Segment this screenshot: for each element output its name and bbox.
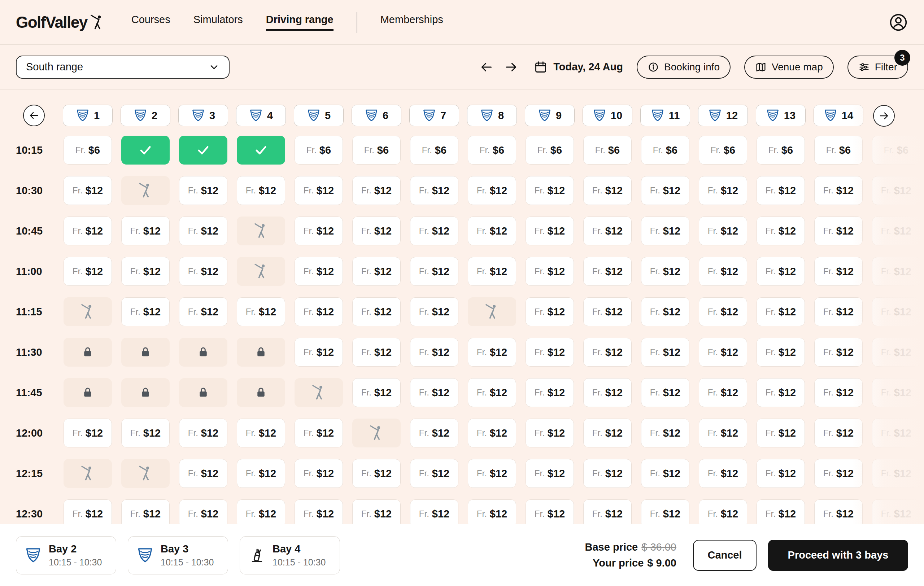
- grid-cell-available[interactable]: Fr.$12: [237, 499, 285, 524]
- grid-cell-available[interactable]: Fr.$12: [295, 217, 343, 245]
- selected-bay-card[interactable]: Bay 310:15 - 10:30: [128, 536, 228, 574]
- grid-cell-available[interactable]: Fr.$12: [237, 297, 285, 326]
- grid-cell-available[interactable]: Fr.$6: [295, 136, 343, 165]
- grid-cell-available[interactable]: Fr.$12: [352, 217, 401, 245]
- grid-cell-available[interactable]: Fr.$12: [872, 217, 921, 245]
- grid-cell-available[interactable]: Fr.$12: [121, 499, 170, 524]
- grid-cell-available[interactable]: Fr.$12: [583, 338, 632, 367]
- grid-cell-available[interactable]: Fr.$12: [468, 499, 516, 524]
- grid-cell-available[interactable]: Fr.$12: [410, 338, 459, 367]
- bay-header-6[interactable]: 6: [351, 105, 401, 126]
- grid-cell-available[interactable]: Fr.$12: [468, 176, 516, 205]
- bay-header-9[interactable]: 9: [525, 105, 574, 126]
- grid-cell-available[interactable]: Fr.$12: [121, 418, 170, 448]
- grid-cell-available[interactable]: Fr.$12: [872, 297, 921, 326]
- grid-cell-available[interactable]: Fr.$12: [583, 459, 632, 488]
- grid-cell-available[interactable]: Fr.$12: [468, 378, 516, 407]
- grid-cell-available[interactable]: Fr.$6: [699, 136, 747, 165]
- bay-header-4[interactable]: 4: [236, 105, 286, 126]
- grid-cell-available[interactable]: Fr.$6: [757, 136, 805, 165]
- grid-cell-available[interactable]: Fr.$6: [814, 136, 863, 165]
- grid-cell-available[interactable]: Fr.$12: [179, 459, 228, 488]
- scroll-bays-right-button[interactable]: [873, 105, 895, 127]
- grid-cell-available[interactable]: Fr.$12: [237, 418, 285, 448]
- grid-cell-selected[interactable]: [179, 136, 228, 165]
- grid-cell-available[interactable]: Fr.$12: [641, 418, 690, 448]
- grid-cell-available[interactable]: Fr.$12: [641, 338, 690, 367]
- grid-cell-available[interactable]: Fr.$12: [641, 217, 690, 245]
- grid-cell-available[interactable]: Fr.$12: [179, 499, 228, 524]
- grid-cell-available[interactable]: Fr.$12: [410, 459, 459, 488]
- grid-cell-available[interactable]: Fr.$12: [583, 378, 632, 407]
- selected-bay-card[interactable]: Bay 410:15 - 10:30: [240, 536, 340, 574]
- grid-cell-available[interactable]: Fr.$12: [583, 418, 632, 448]
- grid-cell-available[interactable]: Fr.$12: [352, 297, 401, 326]
- grid-cell-available[interactable]: Fr.$12: [468, 217, 516, 245]
- grid-cell-available[interactable]: Fr.$12: [179, 257, 228, 286]
- grid-cell-available[interactable]: Fr.$12: [814, 217, 863, 245]
- grid-cell-available[interactable]: Fr.$12: [872, 176, 921, 205]
- grid-cell-available[interactable]: Fr.$12: [295, 499, 343, 524]
- grid-cell-available[interactable]: Fr.$6: [352, 136, 401, 165]
- bay-header-14[interactable]: 14: [813, 105, 863, 126]
- grid-cell-available[interactable]: Fr.$12: [295, 257, 343, 286]
- grid-cell-available[interactable]: Fr.$12: [641, 257, 690, 286]
- grid-cell-available[interactable]: Fr.$12: [814, 257, 863, 286]
- grid-cell-available[interactable]: Fr.$12: [526, 217, 574, 245]
- grid-cell-available[interactable]: Fr.$12: [352, 499, 401, 524]
- grid-cell-available[interactable]: Fr.$12: [757, 378, 805, 407]
- grid-cell-available[interactable]: Fr.$12: [179, 297, 228, 326]
- grid-cell-available[interactable]: Fr.$12: [699, 418, 747, 448]
- bay-header-5[interactable]: 5: [294, 105, 343, 126]
- grid-cell-available[interactable]: Fr.$12: [64, 257, 112, 286]
- selected-bay-card[interactable]: Bay 210:15 - 10:30: [16, 536, 116, 574]
- account-button[interactable]: [889, 13, 908, 32]
- scroll-bays-left-button[interactable]: [23, 105, 45, 126]
- grid-cell-available[interactable]: Fr.$12: [121, 297, 170, 326]
- grid-cell-selected[interactable]: [121, 136, 170, 165]
- nav-item-courses[interactable]: Courses: [131, 14, 170, 31]
- grid-cell-available[interactable]: Fr.$12: [757, 418, 805, 448]
- grid-cell-available[interactable]: Fr.$12: [410, 418, 459, 448]
- grid-cell-available[interactable]: Fr.$12: [237, 176, 285, 205]
- grid-cell-available[interactable]: Fr.$12: [872, 378, 921, 407]
- grid-cell-available[interactable]: Fr.$12: [526, 499, 574, 524]
- grid-cell-available[interactable]: Fr.$12: [526, 378, 574, 407]
- grid-cell-available[interactable]: Fr.$12: [352, 338, 401, 367]
- grid-cell-available[interactable]: Fr.$12: [814, 297, 863, 326]
- grid-cell-available[interactable]: Fr.$6: [64, 136, 112, 165]
- grid-cell-available[interactable]: Fr.$12: [64, 176, 112, 205]
- grid-cell-available[interactable]: Fr.$12: [583, 257, 632, 286]
- grid-cell-available[interactable]: Fr.$12: [410, 176, 459, 205]
- proceed-button[interactable]: Proceed with 3 bays: [768, 540, 908, 571]
- grid-cell-available[interactable]: Fr.$12: [526, 297, 574, 326]
- range-select-dropdown[interactable]: South range: [16, 56, 229, 79]
- grid-cell-available[interactable]: Fr.$12: [583, 499, 632, 524]
- bay-header-2[interactable]: 2: [120, 105, 170, 126]
- grid-cell-available[interactable]: Fr.$12: [757, 459, 805, 488]
- grid-cell-available[interactable]: Fr.$12: [64, 499, 112, 524]
- grid-cell-available[interactable]: Fr.$12: [410, 378, 459, 407]
- grid-cell-available[interactable]: Fr.$12: [295, 297, 343, 326]
- grid-cell-available[interactable]: Fr.$12: [179, 176, 228, 205]
- grid-cell-available[interactable]: Fr.$12: [641, 176, 690, 205]
- grid-cell-available[interactable]: Fr.$12: [410, 257, 459, 286]
- grid-cell-available[interactable]: Fr.$12: [295, 338, 343, 367]
- grid-cell-available[interactable]: Fr.$12: [468, 418, 516, 448]
- grid-cell-available[interactable]: Fr.$12: [295, 176, 343, 205]
- grid-cell-available[interactable]: Fr.$12: [814, 378, 863, 407]
- grid-cell-available[interactable]: Fr.$12: [526, 257, 574, 286]
- filter-button[interactable]: Filter 3: [848, 56, 908, 79]
- nav-item-memberships[interactable]: Memberships: [380, 14, 443, 31]
- grid-cell-available[interactable]: Fr.$12: [583, 176, 632, 205]
- bay-header-7[interactable]: 7: [409, 105, 459, 126]
- bay-header-12[interactable]: 12: [698, 105, 748, 126]
- grid-cell-available[interactable]: Fr.$12: [352, 459, 401, 488]
- venue-map-button[interactable]: Venue map: [744, 56, 834, 79]
- logo[interactable]: GolfValley: [16, 13, 106, 31]
- date-picker[interactable]: Today, 24 Aug: [534, 60, 623, 74]
- grid-cell-available[interactable]: Fr.$12: [468, 338, 516, 367]
- bay-header-11[interactable]: 11: [640, 105, 690, 126]
- grid-cell-available[interactable]: Fr.$12: [121, 217, 170, 245]
- grid-cell-available[interactable]: Fr.$6: [410, 136, 459, 165]
